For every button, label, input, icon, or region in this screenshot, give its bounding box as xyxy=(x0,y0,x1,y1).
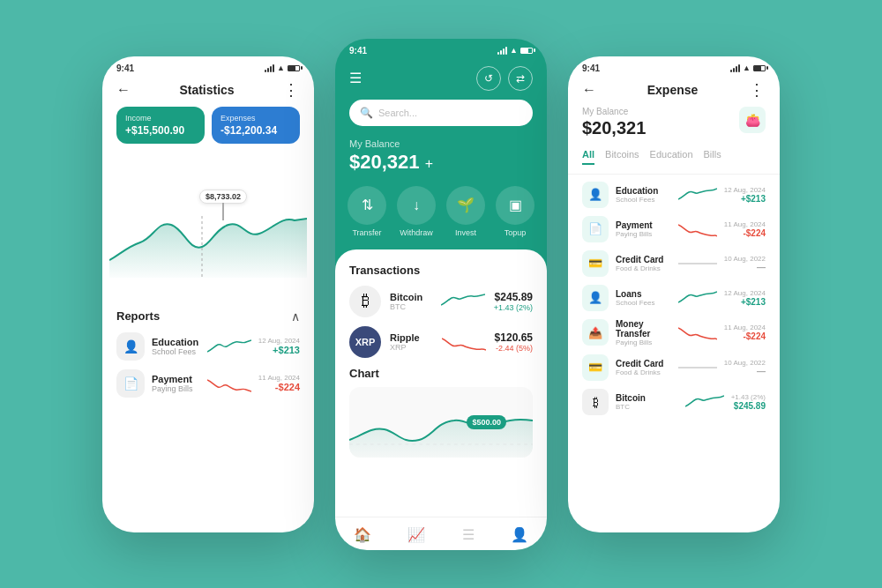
left-status-icons: ▲ xyxy=(265,63,300,72)
exp-bitcoin-icon: ₿ xyxy=(582,389,609,415)
payment-date: 11 Aug, 2024 xyxy=(258,374,300,382)
back-button[interactable]: ← xyxy=(116,82,131,98)
payment-icon: 📄 xyxy=(116,369,145,398)
center-status-icons: ▲ xyxy=(497,46,533,55)
exp-transfer-chart xyxy=(678,324,717,341)
main-chart: $500.00 xyxy=(349,387,533,458)
exp-education-info: Education School Fees xyxy=(616,186,671,204)
expense-label: Expenses xyxy=(220,114,291,123)
left-phone: 9:41 ▲ ← Statistics ⋮ Income +$15,500.90… xyxy=(102,56,314,532)
withdraw-icon: ↓ xyxy=(397,186,436,225)
exp-credit2-icon: 💳 xyxy=(582,354,609,381)
nav-activity[interactable]: 📈 xyxy=(407,526,425,543)
education-mini-chart xyxy=(207,336,251,357)
exp-loans: 👤 Loans School Fees 12 Aug, 2024 +$213 xyxy=(582,285,766,311)
right-back-button[interactable]: ← xyxy=(582,82,596,98)
expense-list: 👤 Education School Fees 12 Aug, 2024 +$2… xyxy=(568,175,780,430)
exp-credit1-name: Credit Card xyxy=(616,255,671,264)
education-amount: +$213 xyxy=(258,345,300,355)
bitcoin-change: +1.43 (2%) xyxy=(494,303,533,312)
exp-education-right: 12 Aug, 2024 +$213 xyxy=(724,186,766,204)
bitcoin-name: Bitcoin xyxy=(390,292,432,302)
payment-amount: -$224 xyxy=(258,382,300,392)
expense-card: Expenses -$12,200.34 xyxy=(212,107,300,144)
chart-value-label: $8,733.02 xyxy=(199,190,247,204)
report-item-payment: 📄 Payment Paying Bills 11 Aug, 2024 -$22… xyxy=(116,369,300,398)
bitcoin-sub: BTC xyxy=(390,302,432,311)
filter-bitcoins[interactable]: Bitcoins xyxy=(605,149,639,165)
exp-payment-info: Payment Paying Bills xyxy=(616,220,671,238)
exp-payment-icon: 📄 xyxy=(582,216,609,242)
exp-loans-chart xyxy=(678,289,717,307)
ripple-icon: XRP xyxy=(349,326,381,358)
transactions-title: Transactions xyxy=(349,264,533,277)
reports-title: Reports xyxy=(116,309,160,323)
left-header: ← Statistics ⋮ xyxy=(102,77,314,107)
topup-icon: ▣ xyxy=(496,186,534,225)
bottom-nav: 🏠 📈 ☰ 👤 xyxy=(335,517,547,550)
transfer-icon: ⇅ xyxy=(348,186,386,225)
right-status-bar: 9:41 ▲ xyxy=(568,56,780,77)
center-signal-icon xyxy=(497,47,507,55)
filter-bills[interactable]: Bills xyxy=(704,149,721,165)
balance-value: $20,321 + xyxy=(349,151,533,174)
exp-credit2-amount: — xyxy=(724,367,766,376)
exp-transfer-info: Money Transfer Paying Bills xyxy=(616,319,671,346)
tx-ripple: XRP Ripple XRP $120.65 -2.44 (5%) xyxy=(349,326,533,358)
transfer-button[interactable]: ⇅ Transfer xyxy=(348,186,386,237)
payment-info: Payment Paying Bills xyxy=(152,374,200,393)
bitcoin-icon: ₿ xyxy=(349,286,381,317)
exp-credit1-date: 10 Aug, 2022 xyxy=(724,255,766,263)
sync-button[interactable]: ⇄ xyxy=(508,66,533,91)
payment-sub: Paying Bills xyxy=(152,384,200,393)
exp-credit2-name: Credit Card xyxy=(616,359,671,368)
exp-credit2-sub: Food & Drinks xyxy=(616,368,671,376)
ripple-sub: XRP xyxy=(390,343,433,352)
chart-section: Chart $500.00 xyxy=(349,367,533,458)
nav-menu[interactable]: ☰ xyxy=(462,526,475,543)
hamburger-icon[interactable]: ☰ xyxy=(349,70,362,86)
exp-transfer-date: 11 Aug, 2024 xyxy=(724,324,766,331)
exp-credit1-info: Credit Card Food & Drinks xyxy=(616,255,671,272)
exp-credit1-chart xyxy=(678,255,717,272)
tx-bitcoin: ₿ Bitcoin BTC $245.89 +1.43 (2%) xyxy=(349,286,533,317)
right-page-title: Expense xyxy=(647,83,699,97)
exp-education-chart xyxy=(678,186,717,204)
center-status-bar: 9:41 ▲ xyxy=(335,39,547,59)
transactions-section: Transactions ₿ Bitcoin BTC $245.89 +1.43… xyxy=(335,249,547,517)
exp-payment-right: 11 Aug, 2024 -$224 xyxy=(724,220,766,238)
search-input[interactable]: Search... xyxy=(378,108,417,118)
exp-payment-amount: -$224 xyxy=(724,228,766,238)
filter-all[interactable]: All xyxy=(582,149,594,165)
exp-loans-sub: School Fees xyxy=(616,299,671,307)
exp-balance-value: $20,321 xyxy=(582,118,646,138)
wifi-icon: ▲ xyxy=(277,63,285,72)
center-phone: 9:41 ▲ ☰ ↺ ⇄ 🔍 Search... My Balance $20,… xyxy=(335,39,547,550)
education-name: Education xyxy=(152,337,200,347)
exp-bitcoin: ₿ Bitcoin BTC +1.43 (2%) $245.89 xyxy=(582,389,766,415)
nav-home[interactable]: 🏠 xyxy=(354,526,371,543)
ripple-right: $120.65 -2.44 (5%) xyxy=(495,331,533,353)
right-time: 9:41 xyxy=(582,63,600,73)
exp-payment-date: 11 Aug, 2024 xyxy=(724,220,766,228)
expense-balance: My Balance $20,321 👛 xyxy=(568,107,780,149)
reports-chevron-icon: ∧ xyxy=(291,309,300,324)
search-bar[interactable]: 🔍 Search... xyxy=(349,100,533,126)
income-card: Income +$15,500.90 xyxy=(116,107,205,144)
center-battery-icon xyxy=(520,48,533,54)
withdraw-button[interactable]: ↓ Withdraw xyxy=(397,186,436,237)
invest-button[interactable]: 🌱 Invest xyxy=(446,186,485,237)
exp-payment-chart xyxy=(678,220,717,238)
exp-payment-name: Payment xyxy=(616,220,671,230)
refresh-button[interactable]: ↺ xyxy=(476,66,501,91)
nav-profile[interactable]: 👤 xyxy=(511,526,528,543)
exp-transfer-sub: Paying Bills xyxy=(616,339,671,346)
wallet-button[interactable]: 👛 xyxy=(739,107,766,133)
filter-education[interactable]: Education xyxy=(650,149,693,165)
right-more-button[interactable]: ⋮ xyxy=(749,80,766,100)
exp-loans-amount: +$213 xyxy=(724,297,766,307)
topup-button[interactable]: ▣ Topup xyxy=(496,186,534,237)
exp-bitcoin-name: Bitcoin xyxy=(616,393,678,403)
ripple-name: Ripple xyxy=(390,332,433,343)
more-button[interactable]: ⋮ xyxy=(283,80,300,100)
